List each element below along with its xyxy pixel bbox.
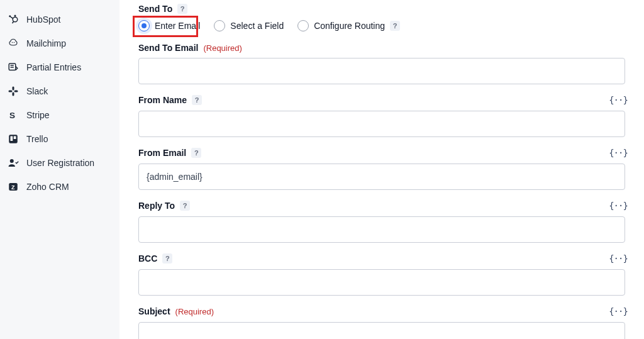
svg-rect-13 bbox=[9, 91, 13, 92]
radio-circle-icon bbox=[297, 20, 309, 31]
send-to-radio-row: Enter Email Select a Field Configure Rou… bbox=[138, 20, 625, 31]
sidebar-item-hubspot[interactable]: HubSpot bbox=[0, 8, 119, 31]
hubspot-icon bbox=[8, 14, 19, 25]
merge-tag-icon[interactable]: {··} bbox=[611, 253, 625, 264]
slack-icon bbox=[8, 86, 19, 97]
svg-line-5 bbox=[13, 21, 14, 23]
svg-rect-14 bbox=[14, 91, 18, 92]
sidebar-item-mailchimp[interactable]: Mailchimp bbox=[0, 31, 119, 55]
svg-text:S: S bbox=[9, 111, 15, 120]
svg-rect-16 bbox=[9, 135, 18, 143]
svg-text:Z: Z bbox=[11, 184, 15, 191]
merge-tag-icon[interactable]: {··} bbox=[611, 147, 625, 158]
send-to-email-input[interactable] bbox=[138, 58, 625, 84]
field-from-name: From Name ? {··} bbox=[138, 94, 625, 137]
partial-entries-icon bbox=[8, 62, 19, 73]
zoho-crm-icon: Z bbox=[8, 181, 19, 192]
sidebar-item-trello[interactable]: Trello bbox=[0, 127, 119, 151]
bcc-input[interactable] bbox=[138, 269, 625, 296]
help-icon[interactable]: ? bbox=[177, 4, 187, 14]
sidebar-item-label: User Registration bbox=[26, 158, 94, 168]
field-from-email: From Email ? {··} bbox=[138, 147, 625, 190]
radio-label: Select a Field bbox=[230, 21, 284, 31]
sidebar-item-partial-entries[interactable]: Partial Entries bbox=[0, 55, 119, 79]
radio-circle-icon bbox=[138, 20, 150, 31]
field-label-text: From Name bbox=[138, 95, 187, 105]
help-icon[interactable]: ? bbox=[180, 201, 190, 211]
field-send-to-email: Send To Email (Required) bbox=[138, 43, 625, 84]
svg-point-2 bbox=[9, 15, 11, 17]
sidebar-item-user-reg[interactable]: User Registration bbox=[0, 151, 119, 175]
sidebar: HubSpot Mailchimp Partial Entries Slack … bbox=[0, 0, 119, 339]
svg-rect-11 bbox=[13, 87, 14, 91]
field-reply-to: Reply To ? {··} bbox=[138, 200, 625, 243]
sidebar-item-label: HubSpot bbox=[26, 14, 60, 25]
radio-label: Enter Email bbox=[155, 21, 200, 31]
merge-tag-icon[interactable]: {··} bbox=[611, 200, 625, 211]
field-subject: Subject (Required) {··} bbox=[138, 306, 625, 339]
svg-point-7 bbox=[14, 42, 15, 43]
sidebar-item-zoho[interactable]: Z Zoho CRM bbox=[0, 175, 119, 199]
radio-label: Configure Routing bbox=[314, 21, 385, 31]
trello-icon bbox=[8, 133, 19, 145]
field-label-text: From Email bbox=[138, 148, 186, 158]
field-label-text: Subject bbox=[138, 306, 170, 316]
svg-point-1 bbox=[14, 15, 16, 17]
help-icon[interactable]: ? bbox=[192, 95, 202, 105]
send-to-label: Send To ? bbox=[138, 4, 625, 14]
sidebar-item-stripe[interactable]: S Stripe bbox=[0, 103, 119, 127]
send-to-text: Send To bbox=[138, 4, 172, 14]
help-icon[interactable]: ? bbox=[191, 148, 201, 158]
subject-input[interactable] bbox=[138, 322, 625, 339]
field-label-text: Send To Email bbox=[138, 43, 198, 53]
radio-configure-routing[interactable]: Configure Routing ? bbox=[297, 20, 400, 31]
radio-select-field[interactable]: Select a Field bbox=[214, 20, 284, 31]
sidebar-item-slack[interactable]: Slack bbox=[0, 79, 119, 103]
sidebar-item-label: Stripe bbox=[26, 110, 50, 120]
svg-line-3 bbox=[11, 17, 13, 19]
svg-point-19 bbox=[10, 159, 14, 163]
help-icon[interactable]: ? bbox=[390, 21, 400, 31]
svg-rect-17 bbox=[11, 136, 13, 142]
merge-tag-icon[interactable]: {··} bbox=[611, 94, 625, 106]
stripe-icon: S bbox=[8, 109, 19, 121]
required-text: (Required) bbox=[175, 307, 214, 316]
help-icon[interactable]: ? bbox=[162, 253, 172, 264]
sidebar-item-label: Slack bbox=[26, 86, 48, 96]
sidebar-item-label: Mailchimp bbox=[26, 38, 66, 48]
field-bcc: BCC ? {··} bbox=[138, 253, 625, 296]
sidebar-item-label: Partial Entries bbox=[26, 62, 81, 72]
from-email-input[interactable] bbox=[138, 164, 625, 190]
svg-point-0 bbox=[13, 17, 18, 22]
field-label-text: Reply To bbox=[138, 201, 175, 211]
required-text: (Required) bbox=[203, 43, 242, 53]
sidebar-item-label: Trello bbox=[26, 134, 48, 144]
field-label-text: BCC bbox=[138, 253, 157, 264]
svg-rect-18 bbox=[14, 136, 16, 140]
merge-tag-icon[interactable]: {··} bbox=[611, 306, 625, 317]
main-panel: Send To ? Enter Email Select a Field Con… bbox=[119, 0, 644, 339]
radio-circle-icon bbox=[214, 20, 225, 31]
radio-enter-email[interactable]: Enter Email bbox=[138, 20, 200, 31]
svg-point-6 bbox=[12, 42, 13, 43]
user-registration-icon bbox=[8, 157, 19, 169]
from-name-input[interactable] bbox=[138, 111, 625, 137]
mailchimp-icon bbox=[8, 38, 19, 49]
sidebar-item-label: Zoho CRM bbox=[26, 182, 69, 192]
reply-to-input[interactable] bbox=[138, 216, 625, 243]
svg-rect-12 bbox=[13, 92, 14, 96]
